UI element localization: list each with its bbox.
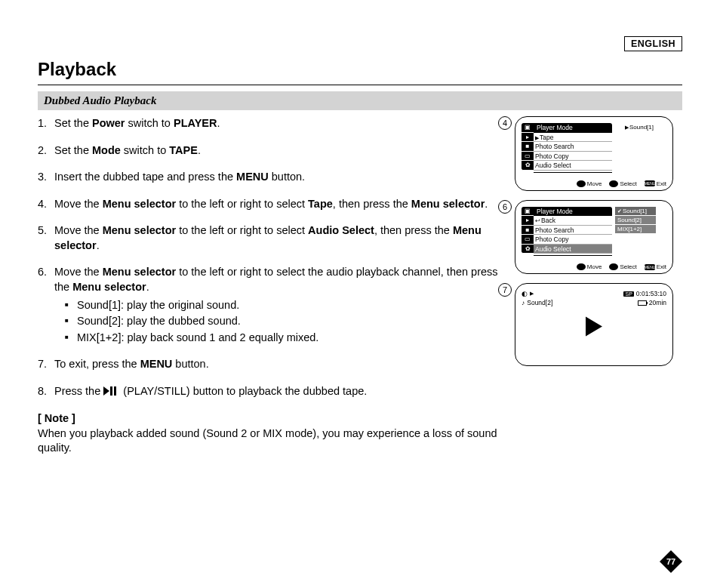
step-badge: 4 xyxy=(498,116,512,130)
page-number: 77 xyxy=(660,550,682,573)
menu-value: ▶Sound[1] xyxy=(625,123,654,133)
step-number: 7. xyxy=(38,357,47,372)
ok-icon xyxy=(609,263,618,270)
menu-item-photo-copy: Photo Copy xyxy=(534,152,612,162)
menu-item-back: ↩Back xyxy=(534,216,612,226)
sub-item-sound2: Sound[2] xyxy=(615,216,656,224)
menu-item-photo-search: Photo Search xyxy=(534,226,612,236)
hint-move: Move xyxy=(577,263,602,270)
hint-select: Select xyxy=(609,180,636,187)
page-title: Playback xyxy=(38,59,682,85)
sub-item-sound1: ✔Sound[1] xyxy=(615,207,656,215)
camera-icon: ▸ xyxy=(522,216,534,226)
step-number: 3. xyxy=(38,170,47,185)
memory-icon: ■ xyxy=(522,142,534,152)
audio-icon: ♪ xyxy=(522,299,525,306)
step-number: 8. xyxy=(38,384,47,399)
settings-icon: ✿ xyxy=(522,245,534,254)
step-number: 6. xyxy=(38,265,47,280)
menu-header: Player Mode xyxy=(534,123,612,133)
step-7: 7. To exit, press the MENU button. xyxy=(38,357,500,372)
menu-item-photo-search: Photo Search xyxy=(534,142,612,152)
step-number: 4. xyxy=(38,197,47,212)
note-body: When you playback added sound (Sound 2 o… xyxy=(38,426,500,456)
settings-icon: ✿ xyxy=(522,161,534,171)
step-6: 6. Move the Menu selector to the left or… xyxy=(38,265,500,345)
svg-marker-0 xyxy=(103,386,109,396)
language-badge: ENGLISH xyxy=(624,36,682,51)
step-8: 8. Press the (PLAY/STILL) button to play… xyxy=(38,384,500,400)
hint-exit: MENUExit xyxy=(645,180,666,187)
screen-step-6: 6 ▣ ▸ ■ ▭ ✿ Player Mode ↩Back Photo Sear… xyxy=(515,200,682,275)
joystick-icon xyxy=(577,263,586,270)
menu-item-audio-select: Audio Select ✔Sound[1] Sound[2] MIX[1+2] xyxy=(534,245,612,254)
svg-rect-1 xyxy=(110,386,112,396)
step-number: 2. xyxy=(38,143,47,159)
tape-icon: ▣ xyxy=(522,123,534,133)
menu-key-icon: MENU xyxy=(645,264,655,270)
ok-icon xyxy=(609,180,618,187)
tape-icon: ▣ xyxy=(522,207,534,217)
step-6-bullet: MIX[1+2]: play back sound 1 and 2 equall… xyxy=(54,331,500,346)
step-6-bullet: Sound[1]: play the original sound. xyxy=(54,298,500,313)
step-1: 1. Set the Power switch to PLAYER. xyxy=(38,116,500,131)
step-4: 4. Move the Menu selector to the left or… xyxy=(38,197,500,212)
step-6-bullet: Sound[2]: play the dubbed sound. xyxy=(54,314,500,329)
display-icon: ▭ xyxy=(522,235,534,245)
note-title: [ Note ] xyxy=(38,411,500,426)
screen-step-4: 4 ▣ ▸ ■ ▭ ✿ Player Mode ▶Tape Photo Sear… xyxy=(515,116,682,191)
play-icon xyxy=(586,317,602,337)
timecode: 0:01:53:10 xyxy=(636,290,666,297)
memory-icon: ■ xyxy=(522,226,534,236)
step-number: 5. xyxy=(38,223,47,239)
camera-icon: ▸ xyxy=(522,133,534,143)
step-badge: 6 xyxy=(498,200,512,214)
hint-exit: MENUExit xyxy=(645,263,666,270)
step-number: 1. xyxy=(38,116,47,131)
section-heading: Dubbed Audio Playback xyxy=(38,91,682,110)
display-icon: ▭ xyxy=(522,152,534,162)
page-number-badge: 77 xyxy=(660,550,682,573)
step-badge: 7 xyxy=(498,283,512,297)
menu-header: Player Mode xyxy=(534,207,612,217)
menu-item-audio-select: Audio Select ▶Sound[1] xyxy=(534,161,612,171)
svg-rect-2 xyxy=(114,386,116,396)
screens-column: 4 ▣ ▸ ■ ▭ ✿ Player Mode ▶Tape Photo Sear… xyxy=(515,116,682,456)
screen-step-7: 7 ◐ ▶ SP 0:01:53:10 ♪ Sound[2] xyxy=(515,283,682,366)
menu-item-tape: ▶Tape xyxy=(534,133,612,143)
hint-move: Move xyxy=(577,180,602,187)
speed-badge: SP xyxy=(623,291,633,297)
step-2: 2. Set the Mode switch to TAPE. xyxy=(38,143,500,159)
play-indicator-icon: ▶ xyxy=(530,291,534,297)
step-5: 5. Move the Menu selector to the left or… xyxy=(38,223,500,253)
instructions-column: 1. Set the Power switch to PLAYER. 2. Se… xyxy=(38,116,515,456)
hint-select: Select xyxy=(609,263,636,270)
menu-item-photo-copy: Photo Copy xyxy=(534,235,612,245)
sub-item-mix: MIX[1+2] xyxy=(615,225,656,233)
step-3: 3. Insert the dubbed tape and press the … xyxy=(38,170,500,185)
play-still-icon xyxy=(103,385,120,400)
tape-remain: 20min xyxy=(649,299,666,306)
battery-icon xyxy=(638,300,647,306)
sound-mode-label: Sound[2] xyxy=(527,299,552,306)
joystick-icon xyxy=(577,180,586,187)
note-block: [ Note ] When you playback added sound (… xyxy=(38,411,500,456)
menu-key-icon: MENU xyxy=(645,180,655,186)
dial-icon: ◐ xyxy=(522,290,528,297)
